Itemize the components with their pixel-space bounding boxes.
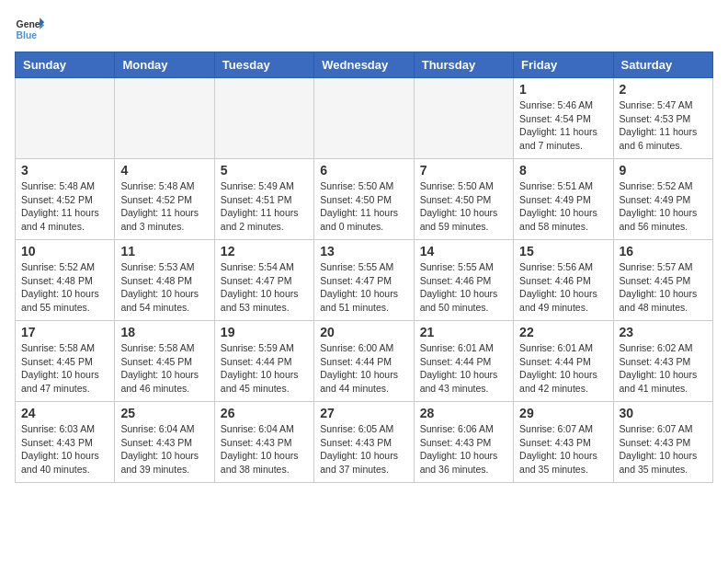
calendar-day-cell: 1Sunrise: 5:46 AM Sunset: 4:54 PM Daylig… [514,78,613,159]
calendar-day-cell: 17Sunrise: 5:58 AM Sunset: 4:45 PM Dayli… [16,321,115,402]
day-number: 12 [221,244,308,259]
calendar-day-cell: 19Sunrise: 5:59 AM Sunset: 4:44 PM Dayli… [214,321,313,402]
calendar-day-cell [115,78,214,159]
day-number: 18 [120,325,208,339]
calendar-table: SundayMondayTuesdayWednesdayThursdayFrid… [15,52,713,483]
day-number: 1 [519,82,607,97]
day-info: Sunrise: 6:06 AM Sunset: 4:43 PM Dayligh… [420,422,507,477]
calendar-day-cell: 26Sunrise: 6:04 AM Sunset: 4:43 PM Dayli… [214,402,313,483]
weekday-header-saturday: Saturday [613,52,712,78]
calendar-week-row: 24Sunrise: 6:03 AM Sunset: 4:43 PM Dayli… [16,402,713,483]
day-number: 16 [620,244,707,259]
day-info: Sunrise: 5:56 AM Sunset: 4:46 PM Dayligh… [519,260,607,315]
day-number: 30 [620,406,707,420]
calendar-day-cell: 28Sunrise: 6:06 AM Sunset: 4:43 PM Dayli… [414,402,513,483]
day-info: Sunrise: 5:51 AM Sunset: 4:49 PM Dayligh… [519,179,607,234]
calendar-day-cell: 4Sunrise: 5:48 AM Sunset: 4:52 PM Daylig… [115,159,214,240]
calendar-day-cell [214,78,313,159]
calendar-day-cell: 14Sunrise: 5:55 AM Sunset: 4:46 PM Dayli… [414,240,513,321]
calendar-day-cell: 15Sunrise: 5:56 AM Sunset: 4:46 PM Dayli… [514,240,613,321]
day-number: 4 [120,163,208,178]
day-info: Sunrise: 5:55 AM Sunset: 4:47 PM Dayligh… [320,260,407,315]
weekday-header-friday: Friday [514,52,613,78]
day-number: 3 [21,163,108,178]
day-number: 11 [120,244,208,259]
day-number: 13 [320,244,407,259]
day-number: 25 [120,406,208,420]
day-number: 20 [320,325,407,339]
day-number: 9 [620,163,707,178]
day-info: Sunrise: 5:58 AM Sunset: 4:45 PM Dayligh… [120,341,208,396]
calendar-day-cell: 5Sunrise: 5:49 AM Sunset: 4:51 PM Daylig… [214,159,313,240]
weekday-header-wednesday: Wednesday [314,52,414,78]
day-info: Sunrise: 6:07 AM Sunset: 4:43 PM Dayligh… [519,422,607,477]
day-number: 19 [221,325,308,339]
page-header: General Blue [15,15,713,44]
day-info: Sunrise: 5:50 AM Sunset: 4:50 PM Dayligh… [420,179,507,234]
day-number: 10 [21,244,108,259]
day-number: 7 [420,163,507,178]
day-info: Sunrise: 6:02 AM Sunset: 4:43 PM Dayligh… [620,341,707,396]
day-number: 15 [519,244,607,259]
calendar-day-cell: 6Sunrise: 5:50 AM Sunset: 4:50 PM Daylig… [314,159,414,240]
calendar-day-cell: 2Sunrise: 5:47 AM Sunset: 4:53 PM Daylig… [613,78,712,159]
calendar-day-cell [414,78,513,159]
calendar-week-row: 3Sunrise: 5:48 AM Sunset: 4:52 PM Daylig… [16,159,713,240]
day-number: 2 [620,82,707,97]
day-number: 17 [21,325,108,339]
calendar-day-cell: 29Sunrise: 6:07 AM Sunset: 4:43 PM Dayli… [514,402,613,483]
weekday-header-row: SundayMondayTuesdayWednesdayThursdayFrid… [16,52,713,78]
day-info: Sunrise: 6:01 AM Sunset: 4:44 PM Dayligh… [420,341,507,396]
logo: General Blue [15,15,48,44]
calendar-day-cell: 30Sunrise: 6:07 AM Sunset: 4:43 PM Dayli… [613,402,712,483]
day-info: Sunrise: 6:04 AM Sunset: 4:43 PM Dayligh… [221,422,308,477]
calendar-day-cell: 11Sunrise: 5:53 AM Sunset: 4:48 PM Dayli… [115,240,214,321]
day-number: 22 [519,325,607,339]
day-info: Sunrise: 6:01 AM Sunset: 4:44 PM Dayligh… [519,341,607,396]
calendar-day-cell: 16Sunrise: 5:57 AM Sunset: 4:45 PM Dayli… [613,240,712,321]
day-info: Sunrise: 6:04 AM Sunset: 4:43 PM Dayligh… [120,422,208,477]
day-info: Sunrise: 5:47 AM Sunset: 4:53 PM Dayligh… [620,98,707,153]
calendar-day-cell: 9Sunrise: 5:52 AM Sunset: 4:49 PM Daylig… [613,159,712,240]
day-info: Sunrise: 6:07 AM Sunset: 4:43 PM Dayligh… [620,422,707,477]
calendar-week-row: 17Sunrise: 5:58 AM Sunset: 4:45 PM Dayli… [16,321,713,402]
day-info: Sunrise: 5:59 AM Sunset: 4:44 PM Dayligh… [221,341,308,396]
day-number: 14 [420,244,507,259]
day-number: 23 [620,325,707,339]
calendar-week-row: 1Sunrise: 5:46 AM Sunset: 4:54 PM Daylig… [16,78,713,159]
day-info: Sunrise: 6:03 AM Sunset: 4:43 PM Dayligh… [21,422,108,477]
weekday-header-sunday: Sunday [16,52,115,78]
day-info: Sunrise: 5:52 AM Sunset: 4:49 PM Dayligh… [620,179,707,234]
day-info: Sunrise: 5:58 AM Sunset: 4:45 PM Dayligh… [21,341,108,396]
day-number: 6 [320,163,407,178]
calendar-day-cell [314,78,414,159]
calendar-day-cell: 3Sunrise: 5:48 AM Sunset: 4:52 PM Daylig… [16,159,115,240]
day-number: 28 [420,406,507,420]
calendar-day-cell: 25Sunrise: 6:04 AM Sunset: 4:43 PM Dayli… [115,402,214,483]
day-number: 8 [519,163,607,178]
day-info: Sunrise: 6:05 AM Sunset: 4:43 PM Dayligh… [320,422,407,477]
day-info: Sunrise: 5:57 AM Sunset: 4:45 PM Dayligh… [620,260,707,315]
day-info: Sunrise: 5:48 AM Sunset: 4:52 PM Dayligh… [21,179,108,234]
calendar-day-cell: 18Sunrise: 5:58 AM Sunset: 4:45 PM Dayli… [115,321,214,402]
day-info: Sunrise: 5:54 AM Sunset: 4:47 PM Dayligh… [221,260,308,315]
calendar-day-cell: 20Sunrise: 6:00 AM Sunset: 4:44 PM Dayli… [314,321,414,402]
calendar-day-cell: 24Sunrise: 6:03 AM Sunset: 4:43 PM Dayli… [16,402,115,483]
day-info: Sunrise: 5:46 AM Sunset: 4:54 PM Dayligh… [519,98,607,153]
day-number: 29 [519,406,607,420]
weekday-header-tuesday: Tuesday [214,52,313,78]
weekday-header-thursday: Thursday [414,52,513,78]
calendar-day-cell: 8Sunrise: 5:51 AM Sunset: 4:49 PM Daylig… [514,159,613,240]
calendar-day-cell: 22Sunrise: 6:01 AM Sunset: 4:44 PM Dayli… [514,321,613,402]
calendar-day-cell: 12Sunrise: 5:54 AM Sunset: 4:47 PM Dayli… [214,240,313,321]
calendar-day-cell: 13Sunrise: 5:55 AM Sunset: 4:47 PM Dayli… [314,240,414,321]
day-info: Sunrise: 5:52 AM Sunset: 4:48 PM Dayligh… [21,260,108,315]
calendar-day-cell: 21Sunrise: 6:01 AM Sunset: 4:44 PM Dayli… [414,321,513,402]
day-info: Sunrise: 5:50 AM Sunset: 4:50 PM Dayligh… [320,179,407,234]
calendar-week-row: 10Sunrise: 5:52 AM Sunset: 4:48 PM Dayli… [16,240,713,321]
logo-icon: General Blue [15,15,44,44]
day-number: 27 [320,406,407,420]
day-number: 5 [221,163,308,178]
calendar-day-cell: 10Sunrise: 5:52 AM Sunset: 4:48 PM Dayli… [16,240,115,321]
day-info: Sunrise: 5:55 AM Sunset: 4:46 PM Dayligh… [420,260,507,315]
